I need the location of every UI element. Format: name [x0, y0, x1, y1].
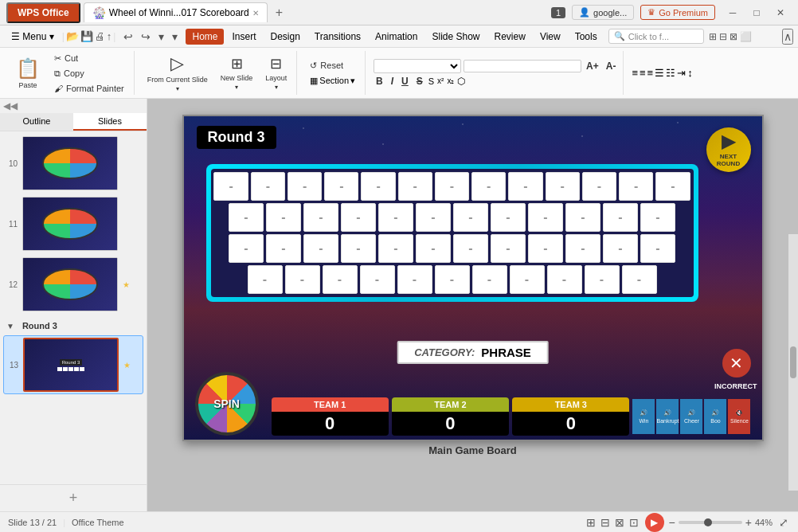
align-right-button[interactable]: ≡	[647, 67, 654, 79]
boo-sound-button[interactable]: 🔊 Boo	[704, 399, 726, 434]
letter-tile[interactable]: -	[619, 172, 653, 201]
play-button[interactable]: ▶	[645, 513, 664, 532]
letter-tile[interactable]: -	[471, 172, 506, 201]
print-button[interactable]: 🖨	[95, 30, 105, 42]
menu-item-animation[interactable]: Animation	[369, 29, 424, 45]
team-1-label[interactable]: TEAM 1	[272, 397, 389, 412]
menu-item-slideshow[interactable]: Slide Show	[425, 29, 486, 45]
menu-button[interactable]: ☰ Menu ▾	[5, 29, 61, 45]
letter-tile[interactable]: -	[341, 203, 376, 232]
letter-tile[interactable]: -	[640, 234, 675, 263]
letter-tile[interactable]: -	[453, 234, 488, 263]
slide-item-10[interactable]: 10	[3, 135, 143, 192]
new-slide-button[interactable]: ⊞ New Slide ▾	[216, 53, 258, 93]
premium-button[interactable]: ♛ Go Premium	[640, 5, 715, 20]
letter-tile[interactable]: -	[655, 172, 690, 201]
team-3-score-value[interactable]: 0	[512, 412, 629, 436]
letter-tile[interactable]: -	[472, 265, 507, 294]
slide-item-13[interactable]: 13 Round 3	[3, 335, 143, 394]
redo-dropdown[interactable]: ▾	[169, 29, 181, 45]
layout-view-button[interactable]: ⊞	[585, 514, 597, 530]
letter-tile[interactable]: -	[491, 234, 526, 263]
letter-tile[interactable]: -	[508, 172, 542, 201]
close-button[interactable]: ✕	[769, 5, 792, 21]
scroll-handle[interactable]	[788, 234, 798, 491]
save-button[interactable]: 💾	[80, 30, 93, 42]
italic-button[interactable]: I	[389, 75, 396, 88]
slide-item-11[interactable]: 11	[3, 195, 143, 252]
spacing-button[interactable]: ↕	[687, 67, 693, 79]
spin-wheel-container[interactable]: SPIN	[195, 372, 259, 436]
tab-slides[interactable]: Slides	[73, 113, 147, 131]
menu-item-transitions[interactable]: Transitions	[308, 29, 367, 45]
format-painter-button[interactable]: 🖌 Format Painter	[49, 82, 129, 95]
letter-tile[interactable]: -	[510, 265, 545, 294]
next-round-button[interactable]: ▶ NEXT ROUND	[706, 127, 751, 172]
letter-tile[interactable]: -	[266, 203, 301, 232]
letter-tile[interactable]: -	[397, 265, 432, 294]
bankrupt-sound-button[interactable]: 🔊 Bankrupt	[656, 399, 679, 434]
cut-button[interactable]: ✂ Cut	[49, 52, 129, 65]
menu-item-view[interactable]: View	[534, 29, 567, 45]
letter-tile[interactable]: -	[547, 265, 582, 294]
letter-tile[interactable]: -	[324, 172, 358, 201]
undo-dropdown[interactable]: ▾	[155, 29, 167, 45]
zoom-in-button[interactable]: +	[745, 516, 752, 529]
slide-item-12[interactable]: 12 ★	[3, 256, 143, 313]
ribbon-tool-3[interactable]: ⊠	[730, 31, 737, 42]
sidebar-collapse-button[interactable]: ◀◀	[3, 100, 18, 111]
letter-tile[interactable]: -	[378, 203, 413, 232]
letter-tile[interactable]: -	[323, 265, 358, 294]
layout-button[interactable]: ⊟ Layout ▾	[260, 53, 291, 93]
tab-close-button[interactable]: ✕	[252, 9, 259, 18]
cheer-sound-button[interactable]: 🔊 Cheer	[680, 399, 702, 434]
menu-item-insert[interactable]: Insert	[225, 29, 262, 45]
letter-tile[interactable]: -	[378, 234, 413, 263]
slide-canvas[interactable]: Round 3 ▶ NEXT ROUND - - - -	[182, 115, 764, 441]
letter-tile[interactable]: -	[361, 172, 395, 201]
letter-tile[interactable]: -	[435, 172, 469, 201]
letter-tile[interactable]: -	[288, 172, 322, 201]
bullet-list-button[interactable]: ☰	[655, 67, 664, 79]
win-sound-button[interactable]: 🔊 Win	[632, 399, 655, 434]
letter-tile[interactable]: -	[453, 203, 488, 232]
reset-button[interactable]: ↺ Reset	[305, 59, 348, 72]
round-collapse-arrow[interactable]: ▼	[6, 322, 14, 331]
search-box[interactable]: 🔍 Click to f...	[608, 29, 704, 44]
letter-tile[interactable]: -	[398, 172, 432, 201]
letter-tile[interactable]: -	[248, 265, 283, 294]
ribbon-tool-2[interactable]: ⊟	[719, 31, 727, 42]
document-tab[interactable]: 🎡 Wheel of Winni...017 Scoreboard ✕	[84, 2, 268, 22]
strikethrough-button[interactable]: S	[414, 75, 425, 88]
font-grow-button[interactable]: A+	[584, 60, 601, 72]
underline-button[interactable]: U	[399, 75, 411, 88]
ribbon-tool-4[interactable]: ⬜	[740, 31, 752, 42]
undo-button[interactable]: ↩	[120, 29, 136, 45]
from-current-slide-button[interactable]: ▷ From Current Slide ▾	[143, 51, 213, 95]
zoom-out-button[interactable]: −	[669, 516, 675, 529]
letter-tile[interactable]: -	[491, 203, 526, 232]
team-3-label[interactable]: TEAM 3	[512, 397, 629, 412]
letter-tile[interactable]: -	[303, 234, 338, 263]
letter-tile[interactable]: -	[266, 234, 301, 263]
letter-tile[interactable]: -	[213, 172, 248, 201]
superscript-button[interactable]: x²	[437, 76, 444, 85]
incorrect-button[interactable]: ✕	[722, 349, 751, 377]
list-view-button[interactable]: ⊠	[613, 514, 626, 530]
team-2-score-value[interactable]: 0	[392, 412, 509, 436]
account-button[interactable]: 👤 google...	[572, 5, 634, 20]
more-tools-button[interactable]: ∧	[782, 29, 793, 45]
align-center-button[interactable]: ≡	[640, 67, 646, 79]
shape-button[interactable]: ⬡	[457, 76, 465, 87]
letter-tile[interactable]: -	[251, 172, 285, 201]
font-shrink-button[interactable]: A-	[604, 60, 619, 72]
letter-tile[interactable]: -	[528, 234, 563, 263]
zoom-slider[interactable]	[679, 521, 742, 524]
tab-outline[interactable]: Outline	[0, 113, 73, 131]
menu-item-home[interactable]: Home	[186, 29, 224, 45]
letter-tile[interactable]: -	[640, 203, 675, 232]
menu-item-review[interactable]: Review	[488, 29, 532, 45]
letter-tile[interactable]: -	[565, 203, 600, 232]
copy-button[interactable]: ⧉ Copy	[49, 67, 129, 80]
font-size-input[interactable]	[464, 60, 581, 72]
